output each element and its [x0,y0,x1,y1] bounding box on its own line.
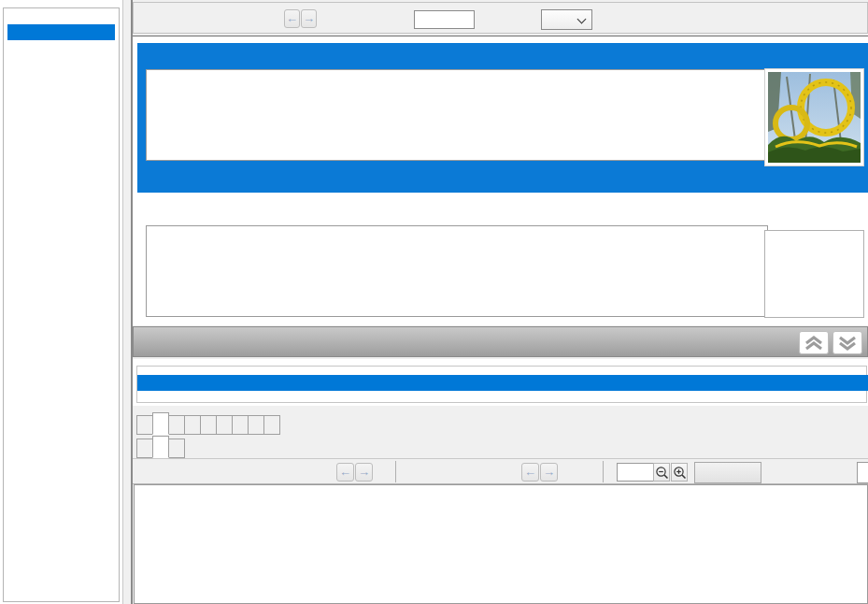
pagination-toolbar: ← → [133,2,868,34]
group-item-medium[interactable] [7,24,115,40]
tab-annotations[interactable] [248,415,264,435]
file-excerpt[interactable] [146,69,768,161]
tab-application[interactable] [168,415,185,435]
prev-page-button[interactable]: ← [284,9,300,28]
tab-results[interactable] [232,415,249,435]
zoom-out-icon [655,466,669,480]
details-area-bar [133,326,868,357]
collapse-up-button[interactable] [799,331,829,354]
tab-translation[interactable] [168,439,185,458]
expand-down-button[interactable] [832,331,862,354]
right-arrow-icon: → [358,465,370,479]
tab-strings[interactable] [136,439,153,458]
zoom-in-button[interactable] [671,463,688,482]
instance-row[interactable] [137,375,868,391]
next-match-button[interactable]: → [355,463,373,482]
groups-sidebar [0,0,123,604]
app-window: ← → [0,0,868,604]
right-arrow-icon: → [543,465,555,479]
prev-match-button[interactable]: ← [336,463,354,482]
toolbar-separator [395,461,396,482]
content-viewer: ← → ← → [133,409,868,604]
page-size-select[interactable] [541,9,592,30]
prev-text-page-button[interactable]: ← [521,463,539,482]
next-text-page-button[interactable]: → [540,463,558,482]
tab-other-occurrences[interactable] [263,415,280,435]
left-arrow-icon: ← [286,11,298,25]
instances-panel [133,359,868,406]
results-area [133,36,868,325]
double-chevron-down-icon [837,336,858,351]
right-arrow-icon: → [303,11,315,25]
main-panel: ← → [131,0,868,604]
empty-image-placeholder [764,230,864,318]
indexed-text-pane[interactable] [134,484,868,604]
tab-hex[interactable] [136,415,153,435]
tab-indexed-text[interactable] [152,436,169,458]
viewer-tabs [136,414,868,435]
reset-button[interactable] [694,462,761,483]
next-page-button[interactable]: → [301,9,317,28]
tab-text[interactable] [152,412,169,435]
tab-file-metadata[interactable] [200,415,217,435]
tab-context[interactable] [216,415,233,435]
roller-coaster-thumbnail[interactable] [764,68,864,166]
indexed-text-toolbar: ← → ← → [133,458,868,484]
left-arrow-icon: ← [339,465,351,479]
zoom-in-icon [673,466,687,480]
left-arrow-icon: ← [524,465,536,479]
result-card-roller-coasters[interactable] [137,43,868,193]
file-excerpt[interactable] [146,225,768,317]
text-subtabs [136,438,868,458]
text-source-select[interactable] [857,462,868,483]
chevron-down-icon [577,15,587,24]
toolbar-separator [603,461,604,482]
zoom-level-box[interactable] [617,463,654,482]
roller-coaster-image [768,72,861,163]
result-card-films-csv[interactable] [137,199,868,324]
goto-page-input[interactable] [414,10,475,29]
tab-message[interactable] [184,415,201,435]
zoom-out-button[interactable] [653,463,670,482]
double-chevron-up-icon [804,336,824,351]
groups-groupbox [3,7,120,602]
